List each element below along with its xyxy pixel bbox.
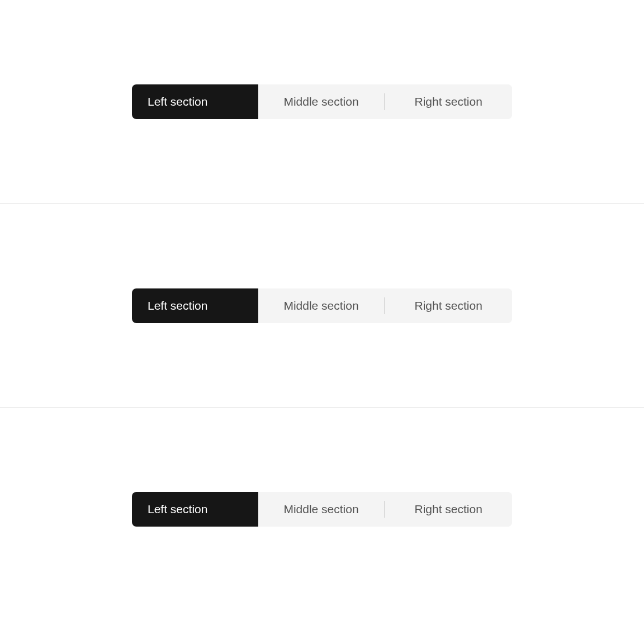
segment-middle[interactable]: Middle section (258, 492, 385, 527)
segment-left-label: Left section (148, 95, 207, 108)
segment-middle-label: Middle section (283, 503, 358, 516)
segment-right-label: Right section (414, 95, 482, 108)
segment-middle[interactable]: Middle section (258, 288, 385, 323)
segment-right-label: Right section (414, 299, 482, 312)
segment-right[interactable]: Right section (385, 492, 512, 527)
segment-left[interactable]: Left section (132, 288, 258, 323)
example-panel-3: Left section Middle section Right sectio… (0, 407, 644, 644)
segment-control: Left section Middle section Right sectio… (132, 288, 512, 323)
segment-left-label: Left section (148, 299, 207, 312)
segment-right-label: Right section (414, 503, 482, 516)
example-panel-1: Left section Middle section Right sectio… (0, 0, 644, 203)
segment-middle-label: Middle section (283, 299, 358, 312)
segment-left[interactable]: Left section (132, 492, 258, 527)
segment-middle[interactable]: Middle section (258, 84, 385, 119)
segment-middle-label: Middle section (283, 95, 358, 108)
segment-control: Left section Middle section Right sectio… (132, 84, 512, 119)
segment-right[interactable]: Right section (385, 288, 512, 323)
segment-control: Left section Middle section Right sectio… (132, 492, 512, 527)
segment-left[interactable]: Left section (132, 84, 258, 119)
segment-right[interactable]: Right section (385, 84, 512, 119)
segment-left-label: Left section (148, 503, 207, 516)
example-panel-2: Left section Middle section Right sectio… (0, 203, 644, 407)
